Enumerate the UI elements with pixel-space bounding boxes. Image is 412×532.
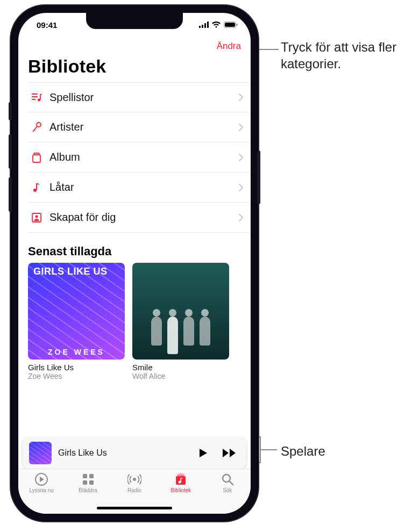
svg-rect-26 [177, 475, 184, 476]
callout-bracket-h [261, 449, 277, 450]
category-label: Skapat för dig [45, 211, 239, 224]
tab-search[interactable]: Sök [208, 472, 247, 514]
wifi-icon [211, 21, 221, 28]
album-art-text-bottom: ZOE WEES [33, 348, 119, 356]
category-label: Artister [45, 121, 239, 133]
category-label: Låtar [45, 181, 239, 193]
page-title: Bibliotek [18, 52, 251, 82]
note-icon [28, 181, 45, 194]
volume-up-button [9, 134, 12, 169]
grid-icon [81, 472, 95, 486]
category-albums[interactable]: Album [28, 142, 251, 172]
status-right [199, 21, 238, 28]
svg-rect-27 [178, 473, 183, 475]
category-list: Spellistor Artister Album [18, 82, 251, 233]
tab-label: Radio [127, 487, 141, 493]
svg-line-12 [33, 126, 37, 132]
chevron-right-icon [239, 214, 243, 221]
svg-rect-3 [207, 21, 209, 28]
annotation-edit-text: Tryck för att visa fler kategorier. [281, 40, 396, 71]
svg-point-18 [35, 215, 38, 218]
album-art: GIRLS LIKE US ZOE WEES [28, 263, 125, 360]
play-circle-icon [34, 472, 48, 486]
next-button[interactable] [218, 444, 240, 462]
mini-player-title: Girls Like Us [58, 448, 187, 458]
edit-button[interactable]: Ändra [217, 41, 241, 52]
mini-player[interactable]: Girls Like Us [23, 437, 246, 469]
play-button[interactable] [194, 444, 212, 462]
mute-switch [9, 102, 12, 120]
svg-rect-6 [237, 24, 238, 26]
playlist-icon [28, 91, 45, 104]
category-madeforyou[interactable]: Skapat för dig [28, 203, 251, 233]
svg-point-30 [223, 475, 230, 482]
mic-icon [28, 121, 45, 134]
tab-listen-now[interactable]: Lyssna nu [22, 472, 61, 514]
category-songs[interactable]: Låtar [28, 172, 251, 203]
svg-rect-14 [33, 155, 40, 162]
album-artist: Zoe Wees [28, 372, 125, 380]
svg-rect-0 [199, 26, 201, 28]
svg-point-24 [133, 478, 136, 481]
annotation-player-text: Spelare [281, 444, 325, 458]
album-icon [28, 151, 45, 164]
annotation-edit: Tryck för att visa fler kategorier. [281, 39, 404, 72]
svg-rect-23 [89, 480, 94, 485]
library-icon [174, 472, 188, 486]
home-indicator[interactable] [97, 507, 172, 509]
chevron-right-icon [239, 94, 243, 101]
category-playlists[interactable]: Spellistor [28, 82, 251, 112]
svg-point-11 [37, 123, 41, 127]
tab-label: Bläddra [79, 487, 97, 493]
person-frame-icon [28, 211, 45, 224]
category-label: Spellistor [45, 91, 239, 104]
radio-icon [127, 472, 141, 486]
mini-player-art [29, 442, 52, 464]
album-art-figures [132, 317, 229, 354]
screen: 09:41 Ändra Bibliotek [18, 13, 251, 514]
category-label: Album [45, 151, 239, 163]
album-item[interactable]: Smile Wolf Alice [132, 263, 229, 380]
category-artists[interactable]: Artister [28, 112, 251, 142]
svg-rect-21 [89, 474, 94, 478]
album-art-text-top: GIRLS LIKE US [33, 266, 119, 277]
svg-rect-1 [202, 25, 203, 28]
notch [86, 13, 183, 29]
cellular-icon [199, 21, 209, 28]
annotation-player: Spelare [281, 443, 325, 459]
svg-rect-22 [83, 480, 87, 485]
svg-rect-2 [204, 23, 206, 28]
nav-row: Ändra [18, 37, 251, 52]
volume-down-button [9, 177, 12, 212]
svg-rect-5 [225, 23, 235, 27]
album-item[interactable]: GIRLS LIKE US ZOE WEES Girls Like Us Zoe… [28, 263, 125, 380]
phone-frame: 09:41 Ändra Bibliotek [11, 5, 258, 521]
chevron-right-icon [239, 184, 243, 191]
album-title: Smile [132, 360, 229, 372]
tab-label: Sök [223, 487, 232, 493]
album-artist: Wolf Alice [132, 372, 229, 380]
status-time: 09:41 [37, 20, 57, 30]
power-button [257, 150, 260, 204]
recent-heading: Senast tillagda [18, 233, 251, 263]
search-icon [221, 472, 235, 486]
album-title: Girls Like Us [28, 360, 125, 372]
svg-rect-20 [83, 474, 87, 478]
chevron-right-icon [239, 124, 243, 131]
svg-line-31 [230, 481, 233, 485]
battery-icon [224, 21, 238, 28]
tab-label: Lyssna nu [30, 487, 54, 493]
album-art [132, 263, 229, 360]
recent-row: GIRLS LIKE US ZOE WEES Girls Like Us Zoe… [18, 263, 251, 380]
tab-label: Bibliotek [171, 487, 191, 493]
chevron-right-icon [239, 154, 243, 161]
